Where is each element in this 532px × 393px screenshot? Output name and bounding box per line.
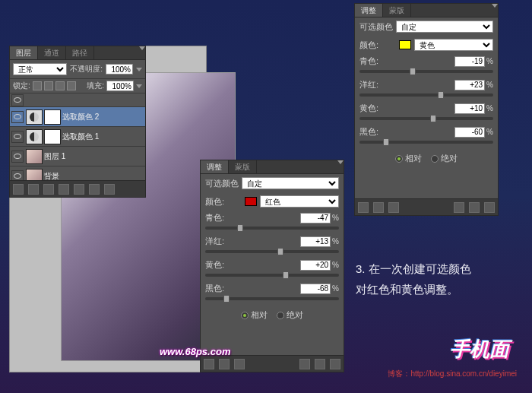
trash-icon[interactable] (104, 184, 115, 195)
reset-icon[interactable] (315, 359, 325, 369)
absolute-radio[interactable]: 绝对 (277, 309, 303, 321)
panel-menu-icon[interactable] (337, 160, 344, 164)
fx-icon[interactable] (28, 184, 39, 195)
folder-icon[interactable] (74, 184, 84, 195)
slider-track[interactable] (359, 93, 493, 97)
visibility-icon[interactable] (11, 131, 24, 143)
clip-icon[interactable] (388, 202, 399, 213)
eye-icon[interactable] (299, 359, 310, 369)
trash-icon[interactable] (484, 202, 495, 213)
color-select[interactable]: 红色 (260, 195, 339, 208)
visibility-icon[interactable] (11, 111, 24, 123)
lock-transparency-icon[interactable] (33, 81, 42, 90)
radio-icon (431, 155, 439, 163)
tab-paths[interactable]: 路径 (66, 46, 94, 59)
link-icon[interactable] (13, 184, 24, 195)
yellow-label: 黄色: (205, 259, 224, 271)
mask-icon[interactable] (43, 184, 54, 195)
mask-thumb-icon (44, 129, 61, 144)
layer-list: 选取颜色 2 选取颜色 1 图层 1 背景 (10, 93, 145, 186)
tab-layers[interactable]: 图层 (10, 46, 38, 59)
layers-footer (10, 180, 145, 197)
percent-symbol: % (332, 261, 339, 269)
panel-menu-icon[interactable] (139, 46, 145, 50)
opacity-input[interactable] (106, 64, 133, 74)
lock-position-icon[interactable] (55, 81, 65, 90)
eye-icon[interactable] (454, 202, 464, 213)
color-label: 颜色: (205, 196, 242, 208)
reset-icon[interactable] (469, 202, 480, 213)
layer-row[interactable]: 选取颜色 1 (10, 127, 145, 147)
slider-track[interactable] (205, 274, 339, 277)
adj-tabs: 调整 蒙版 (355, 4, 498, 17)
view-icon[interactable] (219, 359, 230, 369)
clip-icon[interactable] (234, 359, 245, 369)
cyan-input[interactable] (300, 213, 331, 223)
slider-thumb-icon[interactable] (237, 224, 243, 232)
tab-adjustments[interactable]: 调整 (201, 160, 229, 173)
percent-symbol: % (486, 81, 493, 89)
absolute-radio[interactable]: 绝对 (431, 153, 458, 164)
yellow-slider: 黄色:% (355, 101, 498, 125)
return-icon[interactable] (204, 359, 214, 369)
cyan-input[interactable] (454, 56, 485, 67)
lock-row: 锁定: 填充: (10, 79, 145, 93)
slider-thumb-icon[interactable] (430, 115, 436, 122)
new-layer-icon[interactable] (89, 184, 100, 195)
slider-thumb-icon[interactable] (283, 271, 289, 279)
preset-select[interactable]: 自定 (396, 21, 493, 33)
slider-track[interactable] (205, 227, 339, 230)
adjustment-thumb-icon (26, 129, 43, 144)
slider-track[interactable] (205, 297, 339, 300)
watermark: www.68ps.com (160, 346, 230, 357)
adj-footer (355, 198, 498, 215)
radio-icon (395, 155, 403, 163)
lock-pixels-icon[interactable] (44, 81, 53, 90)
adjustment-icon[interactable] (59, 184, 69, 195)
tab-mask[interactable]: 蒙版 (229, 160, 257, 173)
magenta-input[interactable] (300, 236, 331, 247)
return-icon[interactable] (358, 202, 369, 213)
black-slider: 黑色:% (201, 281, 344, 305)
magenta-input[interactable] (454, 80, 485, 90)
yellow-input[interactable] (300, 260, 331, 271)
relative-radio[interactable]: 相对 (241, 309, 268, 321)
slider-track[interactable] (359, 70, 493, 73)
instruction-line2: 对红色和黄色调整。 (356, 279, 471, 300)
panel-menu-icon[interactable] (492, 4, 498, 8)
percent-symbol: % (332, 237, 339, 246)
slider-thumb-icon[interactable] (410, 68, 416, 75)
tab-adjustments[interactable]: 调整 (355, 4, 383, 17)
blend-mode-select[interactable]: 正常 (13, 63, 67, 75)
layer-row[interactable] (10, 93, 145, 107)
slider-track[interactable] (359, 117, 493, 120)
black-input[interactable] (454, 127, 485, 138)
slider-thumb-icon[interactable] (223, 295, 230, 303)
slider-thumb-icon[interactable] (277, 248, 283, 255)
tab-channels[interactable]: 通道 (38, 46, 66, 59)
visibility-icon[interactable] (11, 151, 24, 163)
slider-thumb-icon[interactable] (383, 138, 389, 146)
slider-track[interactable] (359, 141, 493, 144)
layers-controls: 正常 不透明度: (10, 60, 145, 79)
lock-all-icon[interactable] (67, 81, 76, 90)
slider-track[interactable] (205, 250, 339, 253)
view-icon[interactable] (373, 202, 384, 213)
layer-row[interactable]: 图层 1 (10, 147, 145, 166)
yellow-input[interactable] (454, 103, 485, 114)
percent-symbol: % (486, 128, 493, 136)
black-input[interactable] (300, 284, 331, 294)
slider-thumb-icon[interactable] (438, 91, 444, 99)
color-select[interactable]: 黄色 (414, 39, 493, 51)
preset-select[interactable]: 自定 (242, 177, 339, 189)
relative-radio[interactable]: 相对 (395, 153, 422, 164)
visibility-icon[interactable] (11, 94, 24, 106)
tab-mask[interactable]: 蒙版 (383, 4, 411, 17)
fill-flyout-icon[interactable] (136, 84, 142, 88)
mode-radios: 相对 绝对 (201, 305, 344, 325)
opacity-flyout-icon[interactable] (136, 68, 142, 71)
trash-icon[interactable] (330, 359, 340, 369)
color-row: 颜色: 红色 (201, 192, 344, 211)
layer-row[interactable]: 选取颜色 2 (10, 107, 145, 127)
fill-input[interactable] (106, 81, 134, 91)
